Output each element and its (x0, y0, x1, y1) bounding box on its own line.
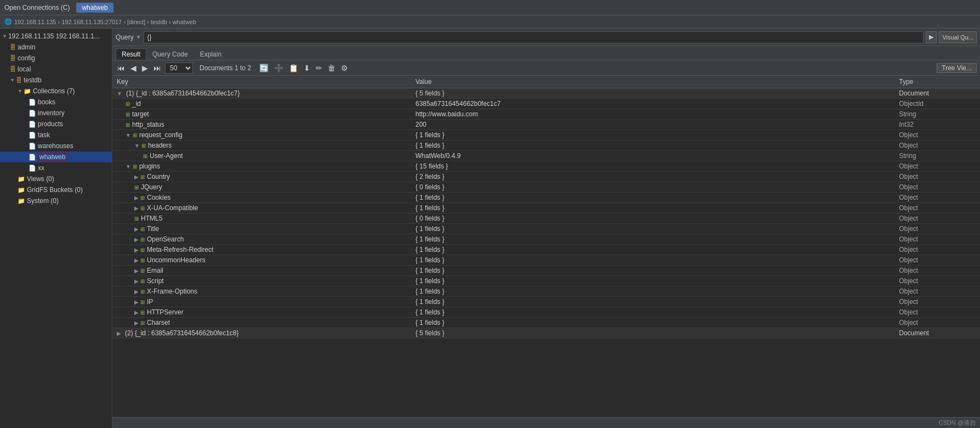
add-doc-button[interactable]: ➕ (272, 63, 285, 73)
page-size-select[interactable]: 50100200 (165, 63, 193, 74)
row-expand-doc1_meta_refresh[interactable]: ▶ (134, 247, 139, 253)
folder-icon-collections: 📁 (24, 88, 31, 95)
field-icon-doc1_request_config: ⊞ (133, 132, 137, 138)
export-button[interactable]: ⬇ (302, 63, 312, 73)
cell-key-doc2: ▶(2) {_id : 6385a67316454662b0fec1c8} (112, 328, 411, 339)
expand-arrow-collections[interactable]: ▼ (18, 88, 22, 94)
key-text-doc1_user_agent: User-Agent (150, 152, 183, 160)
query-run-button[interactable]: ▶ (926, 31, 937, 43)
table-row: ▶⊞Charset{ 1 fields }Object (112, 318, 980, 328)
expand-arrow-testdb[interactable]: ▼ (10, 77, 15, 83)
field-icon-doc1_opensearch: ⊞ (140, 236, 145, 243)
next-page-button[interactable]: ▶ (140, 63, 150, 73)
tree-view-button[interactable]: Tree Vie... (937, 63, 977, 73)
tab-query_code[interactable]: Query Code (146, 48, 194, 60)
breadcrumb: 192.168.11.135 › 192.168.11.135:27017 › … (14, 19, 196, 25)
col-header-key: Key (112, 76, 411, 88)
sidebar-item-products[interactable]: 📄products (0, 119, 112, 129)
last-page-button[interactable]: ⏭ (152, 63, 163, 73)
status-text: CSDN @请勿 (939, 419, 976, 427)
row-expand-doc1_email[interactable]: ▶ (134, 268, 139, 274)
sidebar-item-books[interactable]: 📄books (0, 97, 112, 108)
copy-button[interactable]: 📋 (287, 63, 300, 73)
row-expand-doc1_ip[interactable]: ▶ (134, 299, 139, 305)
field-icon-doc1_id: ⊞ (126, 101, 130, 107)
table-row: ▶⊞X-Frame-Options{ 1 fields }Object (112, 286, 980, 297)
sidebar-item-task[interactable]: 📄task (0, 129, 112, 140)
first-page-button[interactable]: ⏮ (116, 63, 127, 73)
query-dropdown-arrow[interactable]: ▼ (136, 34, 141, 40)
tab-explain[interactable]: Explain (194, 48, 227, 60)
row-expand-doc2[interactable]: ▶ (117, 330, 121, 336)
row-expand-doc1_x_frame[interactable]: ▶ (134, 289, 139, 295)
active-tab-label[interactable]: whatweb (76, 3, 113, 13)
row-expand-doc1[interactable]: ▼ (117, 91, 122, 97)
cell-value-doc1_cookies: { 1 fields } (411, 193, 894, 203)
delete-button[interactable]: 🗑 (326, 63, 337, 73)
row-expand-doc1_request_config[interactable]: ▼ (126, 132, 131, 138)
row-expand-doc1_cookies[interactable]: ▶ (134, 195, 139, 201)
table-row: ▼(1) {_id : 6385a67316454662b0fec1c7}{ 5… (112, 88, 980, 99)
key-text-doc1: (1) {_id : 6385a67316454662b0fec1c7} (126, 89, 240, 97)
row-expand-doc1_country[interactable]: ▶ (134, 174, 139, 180)
table-row: ▼⊞headers{ 1 fields }Object (112, 140, 980, 151)
cell-key-doc1_country: ▶⊞Country (112, 172, 411, 182)
row-expand-doc1_script[interactable]: ▶ (134, 278, 139, 284)
sidebar-item-whatweb[interactable]: 📄whatweb (0, 151, 112, 162)
sidebar-item-warehouses[interactable]: 📄warehouses (0, 140, 112, 151)
table-row: ⊞HTML5{ 0 fields }Object (112, 213, 980, 224)
key-text-doc1_httpserver: HTTPServer (147, 308, 184, 316)
cell-key-doc1_opensearch: ▶⊞OpenSearch (112, 234, 411, 245)
cell-type-doc1_country: Object (894, 172, 980, 182)
cell-value-doc1_jquery: { 0 fields } (411, 182, 894, 193)
sidebar-item-views[interactable]: 📁Views (0) (0, 173, 112, 184)
row-expand-doc1_title[interactable]: ▶ (134, 226, 139, 232)
query-visual-button[interactable]: Visual Qu... (939, 31, 977, 43)
row-expand-doc1_opensearch[interactable]: ▶ (134, 236, 139, 243)
folder-icon-system: 📁 (18, 198, 25, 205)
cell-value-doc1_ip: { 1 fields } (411, 297, 894, 307)
sidebar-label-testdb: testdb (24, 76, 42, 84)
row-expand-doc1_uncommon[interactable]: ▶ (134, 257, 139, 263)
cell-value-doc1_plugins: { 15 fields } (411, 161, 894, 172)
query-input[interactable] (144, 31, 924, 43)
row-expand-doc1_charset[interactable]: ▶ (134, 320, 139, 326)
sidebar-label-task: task (38, 131, 50, 139)
sidebar-item-conn1[interactable]: ▼192.168.11.135 192.168.11.1... (0, 31, 112, 42)
row-expand-doc1_x_ua[interactable]: ▶ (134, 205, 139, 211)
key-text-doc2: (2) {_id : 6385a67316454662b0fec1c8} (125, 329, 239, 337)
tab-result[interactable]: Result (116, 48, 146, 60)
settings-button[interactable]: ⚙ (339, 63, 350, 73)
edit-button[interactable]: ✏ (314, 63, 324, 73)
key-text-doc1_cookies: Cookies (147, 194, 170, 201)
key-text-doc1_email: Email (147, 267, 163, 274)
cell-type-doc1_request_config: Object (894, 130, 980, 140)
refresh-button[interactable]: 🔄 (258, 63, 270, 73)
cell-key-doc1_request_config: ▼⊞request_config (112, 130, 411, 140)
sidebar-item-config[interactable]: 🗄config (0, 53, 112, 64)
sidebar-item-xx[interactable]: 📄xx (0, 162, 112, 173)
db-icon-admin: 🗄 (10, 44, 16, 50)
cell-key-doc1_jquery: ⊞JQuery (112, 182, 411, 193)
sidebar-item-local[interactable]: 🗄local (0, 64, 112, 75)
sidebar-item-admin[interactable]: 🗄admin (0, 42, 112, 53)
row-expand-doc1_headers[interactable]: ▼ (134, 143, 140, 149)
col-header-type: Type (894, 76, 980, 88)
key-text-doc1_uncommon: UncommonHeaders (147, 256, 206, 264)
table-row: ⊞JQuery{ 0 fields }Object (112, 182, 980, 193)
breadcrumb-bar: 🌐 192.168.11.135 › 192.168.11.135:27017 … (0, 15, 980, 29)
sidebar-label-xx: xx (38, 164, 44, 172)
table-row: ▶⊞IP{ 1 fields }Object (112, 297, 980, 307)
sidebar-item-system[interactable]: 📁System (0) (0, 195, 112, 206)
row-expand-doc1_httpserver[interactable]: ▶ (134, 309, 139, 316)
cell-key-doc1_x_ua: ▶⊞X-UA-Compatible (112, 203, 411, 213)
prev-page-button[interactable]: ◀ (129, 63, 138, 73)
sidebar-item-testdb[interactable]: ▼🗄testdb (0, 75, 112, 86)
key-text-doc1_html5: HTML5 (141, 215, 162, 222)
row-expand-doc1_plugins[interactable]: ▼ (126, 164, 131, 170)
cell-key-doc1_http_status: ⊞http_status (112, 120, 411, 130)
sidebar-item-gridfs[interactable]: 📁GridFS Buckets (0) (0, 184, 112, 195)
expand-arrow-conn1[interactable]: ▼ (2, 33, 7, 39)
sidebar-item-collections[interactable]: ▼📁Collections (7) (0, 86, 112, 97)
sidebar-item-inventory[interactable]: 📄inventory (0, 108, 112, 119)
